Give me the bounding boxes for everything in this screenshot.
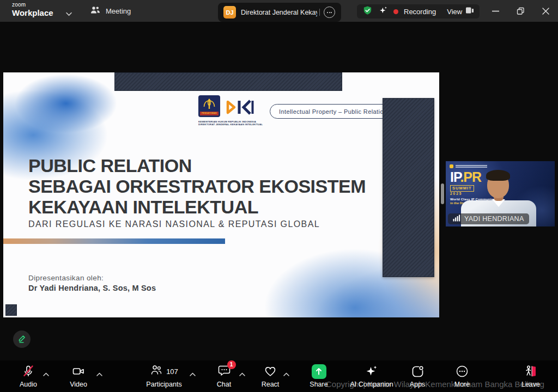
- meeting-status-controls: Recording View: [357, 4, 480, 19]
- apps-icon: [403, 364, 432, 379]
- titlebar: zoom Workplace Meeting DJ Direktorat Jen…: [0, 0, 558, 22]
- leave-door-icon: [515, 364, 546, 379]
- org-caption: KEMENTERIAN HUKUM REPUBLIK INDONESIA DIR…: [198, 120, 263, 126]
- chat-bubble-icon: [217, 370, 231, 379]
- presented-by-label: Dipresentasikan oleh:: [28, 274, 104, 282]
- audio-button[interactable]: Audio: [12, 364, 45, 388]
- view-button[interactable]: View: [447, 7, 474, 16]
- view-layout-icon: [465, 7, 474, 16]
- recording-dot-icon: [393, 9, 398, 14]
- tab-direktorat-jenderal-kekayaan[interactable]: DJ Direktorat Jenderal Kekayaan: [218, 3, 341, 22]
- react-label: React: [255, 381, 286, 388]
- chat-unread-badge: 1: [227, 360, 236, 369]
- participant-name: YADI HENDRIANA: [464, 215, 524, 223]
- slide-subtitle: DARI REGULASI KE NARASI NASIONAL & REPUT…: [28, 219, 320, 229]
- more-ellipsis-icon: [448, 364, 476, 379]
- share-button[interactable]: Share: [304, 364, 334, 388]
- meeting-toolbar: Copyright | Kantor Wilayah Kemenkumham B…: [0, 360, 558, 392]
- audio-level-bars-icon: [453, 215, 461, 223]
- tab-dj-badge: DJ: [223, 6, 236, 19]
- participant-name-tag: YADI HENDRIANA: [448, 213, 529, 224]
- zoom-workplace-logo: zoom Workplace: [12, 2, 53, 17]
- sparkle-icon: [349, 364, 395, 379]
- workspace-chevron-down-icon[interactable]: [65, 9, 72, 19]
- shared-screen-slide: PENGAYOMAN KEMENTERIAN HUKUM REPUBLIK IN…: [3, 72, 439, 317]
- brand-zoom: zoom: [12, 2, 53, 8]
- apps-label: Apps: [403, 381, 432, 388]
- window-restore-button[interactable]: [513, 4, 527, 17]
- security-shield-icon[interactable]: [362, 5, 373, 18]
- participants-options-chevron[interactable]: [189, 369, 196, 379]
- presenter-name: Dr Yadi Hendriana, S. Sos, M Sos: [28, 284, 156, 292]
- window-close-button[interactable]: [538, 4, 553, 17]
- slide-topic-text: Intellectual Property – Public Relation: [279, 108, 387, 115]
- participants-button[interactable]: 107 Participants: [139, 364, 189, 388]
- leave-label: Leave: [515, 381, 546, 388]
- tab-meeting-label: Meeting: [106, 7, 131, 15]
- ai-companion-status-icon[interactable]: [378, 5, 388, 17]
- apps-button[interactable]: Apps: [403, 364, 432, 388]
- annotate-button[interactable]: [13, 330, 31, 348]
- participants-icon: [150, 364, 163, 379]
- more-button[interactable]: More: [448, 364, 476, 388]
- kemenkumham-logo: PENGAYOMAN: [198, 95, 220, 117]
- slide-dark-header-box: [114, 72, 342, 91]
- video-button[interactable]: Video: [62, 364, 95, 388]
- view-label: View: [447, 8, 462, 16]
- audio-options-chevron[interactable]: [43, 369, 50, 379]
- heart-icon: [255, 364, 286, 379]
- leave-button[interactable]: Leave: [515, 364, 546, 388]
- people-icon: [90, 5, 101, 16]
- ai-companion-label: AI Companion: [349, 381, 395, 388]
- participants-count: 107: [166, 367, 178, 376]
- recording-label[interactable]: Recording: [404, 8, 436, 16]
- slide-title-line2: SEBAGAI ORKESTRATOR EKOSISTEM: [28, 176, 366, 197]
- audio-label: Audio: [12, 381, 45, 388]
- slide-title-line3: KEKAYAAN INTELEKTUAL: [28, 197, 366, 217]
- react-options-chevron[interactable]: [283, 369, 290, 379]
- slide-corner-box: [5, 304, 17, 316]
- share-label: Share: [304, 381, 334, 388]
- tab-meeting[interactable]: Meeting: [90, 0, 131, 22]
- tab-truncation-divider: [319, 9, 320, 16]
- window-minimize-button[interactable]: [488, 4, 502, 17]
- pencil-icon: [17, 333, 27, 346]
- participant-video-tile[interactable]: IP.PR SUMMIT 2025 World Class IP Communi…: [446, 161, 555, 226]
- camera-icon: [62, 364, 95, 379]
- brand-workplace: Workplace: [12, 9, 53, 17]
- slide-dark-side-box: [383, 98, 434, 277]
- tab-title: Direktorat Jenderal Kekayaan: [241, 9, 317, 16]
- ai-companion-button[interactable]: AI Companion: [349, 364, 395, 388]
- slide-title-line1: PUBLIC RELATION: [28, 155, 366, 176]
- video-options-chevron[interactable]: [96, 369, 103, 379]
- org-line2: DIREKTORAT JENDERAL KEKAYAAN INTELEKTUAL: [198, 123, 263, 126]
- react-button[interactable]: React: [255, 364, 286, 388]
- chat-options-chevron[interactable]: [239, 369, 246, 379]
- participants-label: Participants: [139, 381, 189, 388]
- chat-button[interactable]: 1 Chat: [210, 364, 238, 388]
- djki-logo: [226, 100, 255, 117]
- pengayoman-label: PENGAYOMAN: [200, 112, 219, 115]
- video-label: Video: [62, 381, 95, 388]
- microphone-muted-icon: [12, 364, 45, 379]
- more-label: More: [448, 381, 476, 388]
- zoom-meeting-window: zoom Workplace Meeting DJ Direktorat Jen…: [0, 0, 558, 392]
- slide-scrollbar-thumb[interactable]: [441, 183, 444, 204]
- share-screen-icon: [312, 364, 326, 379]
- chat-label: Chat: [210, 381, 238, 388]
- tab-ellipsis-icon[interactable]: [324, 7, 335, 18]
- slide-accent-bar: [3, 238, 225, 244]
- slide-title: PUBLIC RELATION SEBAGAI ORKESTRATOR EKOS…: [28, 155, 366, 217]
